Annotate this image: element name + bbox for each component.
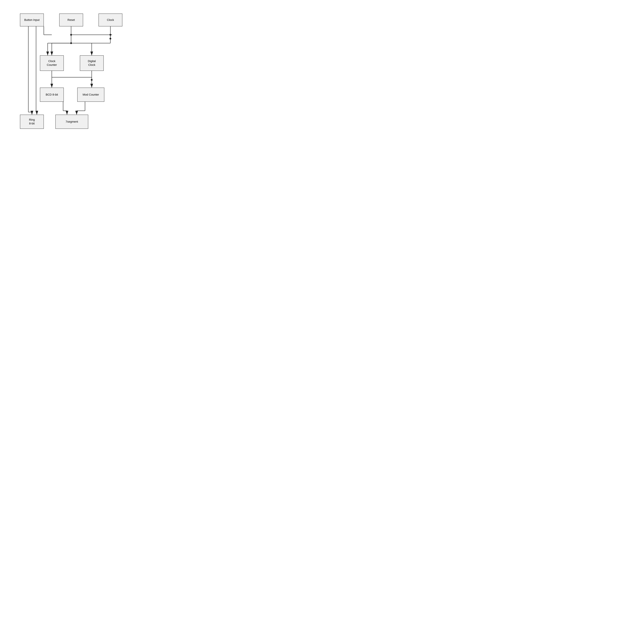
bcd-8bit-block: BCD 8-bit [40,88,64,102]
svg-point-27 [91,79,93,81]
mod-counter-block: Mod Counter [77,88,104,102]
clock-counter-label: ClockCounter [47,59,57,67]
ring-8bit-label: Ring8-bit [29,118,35,125]
bcd-8bit-label: BCD 8-bit [46,93,58,97]
digital-clock-label: DigitalClock [88,59,96,67]
clock-label: Clock [107,18,114,22]
svg-point-5 [109,38,111,40]
button-input-block: Button Input [20,14,44,26]
clock-counter-block: ClockCounter [40,55,64,71]
7segment-block: 7segment [55,115,88,129]
digital-clock-block: DigitalClock [80,55,104,71]
clock-block: Clock [99,14,122,26]
svg-point-2 [70,34,72,36]
mod-counter-label: Mod Counter [83,93,99,97]
button-input-label: Button Input [24,18,40,22]
reset-label: Reset [67,18,75,22]
svg-point-10 [70,42,72,44]
ring-8bit-block: Ring8-bit [20,115,44,129]
svg-point-8 [109,34,111,36]
reset-block: Reset [59,14,83,26]
7segment-label: 7segment [66,120,78,124]
